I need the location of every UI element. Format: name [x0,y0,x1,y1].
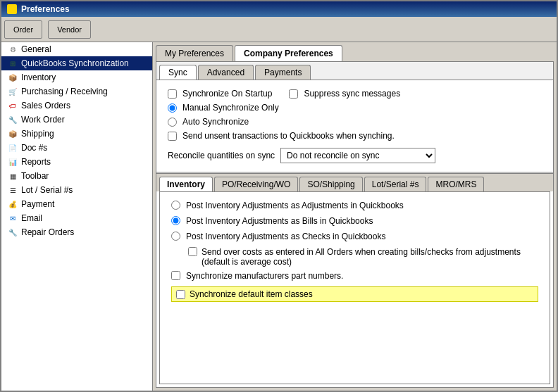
auto-label[interactable]: Auto Synchronize [182,117,249,127]
default-classes-label[interactable]: Synchronize default item classes [190,289,313,299]
startup-checkbox[interactable] [168,89,177,99]
lot-icon: ☰ [7,184,18,196]
main-content: ⚙ General ⊞ QuickBooks Synchronization 📦… [1,42,557,391]
tab-content: Sync Advanced Payments Synchronize On St [156,61,554,388]
sub-costs-row: Send over costs as entered in All Orders… [188,247,538,267]
inventory-icon: 📦 [7,72,18,83]
sidebar: ⚙ General ⊞ QuickBooks Synchronization 📦… [1,42,153,391]
inv-bills-row: Post Inventory Adjustments as Bills in Q… [171,216,538,226]
sidebar-item-general[interactable]: ⚙ General [1,42,152,56]
tab-po[interactable]: PO/Receiving/WO [214,177,298,191]
startup-label[interactable]: Synchronize On Startup [182,89,272,99]
sync-panel: Synchronize On Startup Suppress sync mes… [156,80,553,173]
tab-mro[interactable]: MRO/MRS [428,177,484,191]
sidebar-label-reports: Reports [21,157,51,167]
sidebar-label-repairorders: Repair Orders [21,227,74,237]
checks-label[interactable]: Post Inventory Adjustments as Checks in … [186,232,385,241]
sidebar-label-docs: Doc #s [21,143,47,153]
sidebar-label-email: Email [21,213,42,223]
sidebar-item-reports[interactable]: 📊 Reports [1,155,152,169]
toolbar-vendor-btn[interactable]: Vendor [48,20,91,39]
gear-icon: ⚙ [7,44,18,55]
sidebar-item-docs[interactable]: 📄 Doc #s [1,141,152,155]
email-icon: ✉ [7,213,18,224]
tab-lot-serial[interactable]: Lot/Serial #s [364,177,427,191]
suppress-checkbox[interactable] [289,89,298,99]
sidebar-label-general: General [21,44,51,54]
right-panel: My Preferences Company Preferences Sync … [153,42,557,391]
suppress-row: Suppress sync messages [289,89,400,99]
sidebar-item-toolbar[interactable]: ▦ Toolbar [1,169,152,183]
sidebar-label-quickbooks: QuickBooks Synchronization [21,58,129,68]
bottom-tabs: Inventory PO/Receiving/WO SO/Shipping Lo… [156,173,553,191]
sidebar-label-sales: Sales Orders [21,101,70,110]
checks-radio[interactable] [171,232,180,241]
toolbar-order-btn[interactable]: Order [4,20,42,39]
reports-icon: 📊 [7,156,18,167]
sidebar-label-payment: Payment [21,199,54,209]
inner-tabs: Sync Advanced Payments [156,62,553,80]
toolbar-icon: ▦ [7,170,18,182]
inv-mfg-row: Synchronize manufacturers part numbers. [171,271,538,281]
tab-payments[interactable]: Payments [255,65,311,80]
shipping-icon: 📦 [7,128,18,139]
adj-radio[interactable] [171,201,180,210]
sidebar-item-inventory[interactable]: 📦 Inventory [1,70,152,84]
mfg-label[interactable]: Synchronize manufacturers part numbers. [186,271,343,281]
sidebar-item-repairorders[interactable]: 🔧 Repair Orders [1,225,152,239]
title-bar-icon [7,4,17,14]
tab-company-preferences[interactable]: Company Preferences [235,45,342,61]
auto-radio[interactable] [168,118,177,127]
sync-top-row: Synchronize On Startup Suppress sync mes… [168,89,542,103]
reconcile-label: Reconcile quantities on sync [168,151,275,160]
sidebar-item-shipping[interactable]: 📦 Shipping [1,127,152,141]
sidebar-label-shipping: Shipping [21,129,54,139]
sidebar-item-payment[interactable]: 💰 Payment [1,197,152,211]
docs-icon: 📄 [7,142,18,153]
sidebar-label-workorder: Work Order [21,115,65,125]
manual-row: Manual Synchronize Only [168,103,542,113]
inv-default-classes-row: Synchronize default item classes [171,286,538,302]
unsent-checkbox[interactable] [168,132,177,141]
title-bar: Preferences [1,1,557,17]
tab-advanced[interactable]: Advanced [198,65,254,80]
purchasing-icon: 🛒 [7,86,18,97]
sales-icon: 🏷 [7,100,18,111]
sidebar-item-workorder[interactable]: 🔧 Work Order [1,113,152,127]
sidebar-label-purchasing: Purchasing / Receiving [21,87,108,96]
costs-label[interactable]: Send over costs as entered in All Orders… [202,247,538,267]
sidebar-item-sales[interactable]: 🏷 Sales Orders [1,99,152,113]
sidebar-item-quickbooks[interactable]: ⊞ QuickBooks Synchronization [1,56,152,70]
unsent-row: Send unsent transactions to Quickbooks w… [168,131,542,141]
costs-checkbox[interactable] [188,247,197,256]
sidebar-item-lot[interactable]: ☰ Lot / Serial #s [1,183,152,197]
inv-checks-row: Post Inventory Adjustments as Checks in … [171,232,538,241]
startup-row: Synchronize On Startup [168,89,272,99]
title-bar-text: Preferences [21,4,70,14]
sidebar-item-email[interactable]: ✉ Email [1,211,152,225]
manual-radio[interactable] [168,103,177,113]
mfg-checkbox[interactable] [171,271,180,280]
suppress-label[interactable]: Suppress sync messages [304,89,400,99]
quickbooks-icon: ⊞ [7,58,18,69]
tab-so[interactable]: SO/Shipping [299,177,362,191]
sidebar-item-purchasing[interactable]: 🛒 Purchasing / Receiving [1,84,152,99]
bottom-section: Inventory PO/Receiving/WO SO/Shipping Lo… [156,173,553,387]
bills-radio[interactable] [171,216,180,225]
tab-my-preferences[interactable]: My Preferences [156,45,233,61]
sidebar-label-toolbar: Toolbar [21,171,49,181]
bills-label[interactable]: Post Inventory Adjustments as Bills in Q… [186,216,373,226]
toolbar: Order Vendor [1,17,557,42]
manual-label[interactable]: Manual Synchronize Only [182,103,279,113]
bottom-content: Post Inventory Adjustments as Adjustment… [159,191,550,384]
repairorders-icon: 🔧 [7,227,18,238]
tab-sync[interactable]: Sync [159,65,197,80]
tab-inventory-bottom[interactable]: Inventory [159,177,213,191]
sidebar-label-inventory: Inventory [21,72,56,82]
unsent-label[interactable]: Send unsent transactions to Quickbooks w… [182,131,395,141]
adj-label[interactable]: Post Inventory Adjustments as Adjustment… [186,201,404,210]
app-window: Preferences Order Vendor ⚙ General ⊞ Qui… [0,0,558,392]
reconcile-select[interactable]: Do not reconcile on sync Reconcile on sy… [280,148,435,163]
inv-adj-row: Post Inventory Adjustments as Adjustment… [171,201,538,210]
default-classes-checkbox[interactable] [176,290,185,299]
